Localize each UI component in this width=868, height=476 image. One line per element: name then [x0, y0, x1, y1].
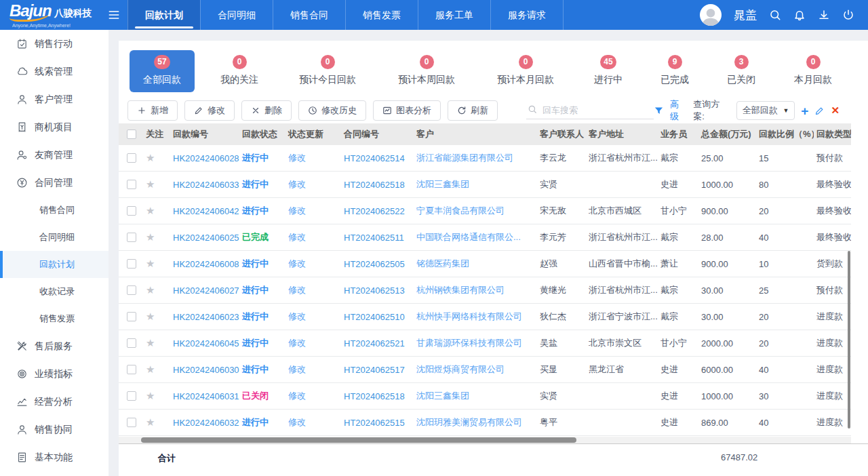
row-checkbox[interactable]: [127, 153, 136, 163]
bell-icon[interactable]: [793, 9, 806, 21]
cell-update[interactable]: 修改: [288, 153, 306, 163]
history-button[interactable]: 修改历史: [298, 100, 366, 121]
cell-contract[interactable]: HT2024062514: [344, 153, 405, 163]
edit-query-plan-icon[interactable]: [814, 106, 825, 116]
status-tab-3[interactable]: 0预计今日回款: [284, 50, 371, 92]
star-icon[interactable]: ★: [146, 337, 155, 349]
cell-customer[interactable]: 浙江省能源集团有限公司: [416, 153, 513, 163]
avatar[interactable]: [700, 4, 722, 26]
star-icon[interactable]: ★: [146, 416, 155, 428]
cell-update[interactable]: 修改: [288, 258, 306, 269]
cell-number[interactable]: HK20242406031: [173, 391, 239, 401]
sidebar-item-16[interactable]: 基本功能: [0, 443, 108, 471]
row-checkbox[interactable]: [127, 206, 136, 216]
row-checkbox[interactable]: [127, 312, 136, 321]
status-tab-1[interactable]: 57全部回款: [130, 50, 195, 92]
sidebar-item-15[interactable]: 销售协同: [0, 416, 108, 443]
cell-update[interactable]: 修改: [288, 311, 306, 321]
row-checkbox[interactable]: [127, 338, 136, 348]
sidebar-item-6[interactable]: 合同管理: [0, 169, 108, 197]
status-tab-6[interactable]: 45进行中: [581, 50, 635, 92]
row-checkbox[interactable]: [127, 259, 136, 269]
sidebar-item-12[interactable]: 售后服务: [0, 332, 108, 360]
sidebar-item-8[interactable]: 合同明细: [0, 224, 108, 251]
star-icon[interactable]: ★: [146, 152, 155, 163]
sidebar-item-11[interactable]: 销售发票: [0, 305, 108, 332]
cell-update[interactable]: 修改: [288, 338, 306, 348]
row-checkbox[interactable]: [127, 391, 136, 401]
cell-update[interactable]: 修改: [288, 364, 306, 374]
star-icon[interactable]: ★: [146, 178, 155, 190]
sidebar-item-7[interactable]: 销售合同: [0, 197, 108, 224]
cell-contract[interactable]: HT2024062518: [344, 180, 405, 190]
sidebar-item-3[interactable]: 客户管理: [0, 85, 108, 113]
cell-update[interactable]: 修改: [288, 179, 306, 189]
cell-update[interactable]: 修改: [288, 417, 306, 427]
cell-customer[interactable]: 沈阳三鑫集团: [416, 391, 469, 401]
nav-tab-3[interactable]: 销售合同: [273, 0, 345, 30]
cell-contract[interactable]: HT2024062521: [344, 338, 405, 349]
power-icon[interactable]: [842, 9, 854, 21]
nav-tab-5[interactable]: 服务工单: [418, 0, 490, 30]
cell-number[interactable]: HK20242406027: [173, 285, 239, 296]
cell-number[interactable]: HK20242406023: [173, 312, 239, 322]
cell-contract[interactable]: HT2024062505: [344, 259, 405, 269]
row-checkbox[interactable]: [127, 418, 136, 427]
nav-tab-4[interactable]: 销售发票: [345, 0, 418, 30]
horizontal-scrollbar-thumb[interactable]: [141, 437, 576, 443]
cell-contract[interactable]: HT2024062515: [344, 418, 405, 428]
cell-contract[interactable]: HT2024062518: [344, 391, 405, 401]
search-input[interactable]: [541, 104, 643, 116]
cell-customer[interactable]: 宁夏丰润食品有限公司: [416, 205, 505, 216]
cell-contract[interactable]: HT2024062510: [344, 312, 405, 322]
status-tab-4[interactable]: 0预计本周回款: [383, 50, 470, 92]
sidebar-item-10[interactable]: 收款记录: [0, 278, 108, 305]
cell-customer[interactable]: 沈阳玥雅美澜贸易有限公司: [416, 417, 522, 427]
row-checkbox[interactable]: [127, 233, 136, 242]
sidebar-item-9[interactable]: 回款计划: [0, 251, 108, 278]
cell-customer[interactable]: 杭州钢铁集团有限公司: [416, 285, 505, 295]
status-tab-7[interactable]: 9已完成: [648, 50, 702, 92]
cell-update[interactable]: 修改: [288, 232, 306, 242]
cell-number[interactable]: HK20242406032: [173, 418, 239, 428]
row-checkbox[interactable]: [127, 285, 136, 295]
cell-customer[interactable]: 沈阳三鑫集团: [416, 179, 469, 189]
delete-query-plan-icon[interactable]: ✕: [831, 104, 840, 117]
cell-customer[interactable]: 铭德医药集团: [416, 258, 469, 269]
add-query-plan-button[interactable]: +: [801, 104, 808, 117]
cell-customer[interactable]: 中国联合网络通信有限公...: [416, 232, 521, 242]
star-icon[interactable]: ★: [146, 231, 155, 243]
advanced-filter-link[interactable]: 高级: [670, 98, 687, 123]
cell-contract[interactable]: HT2024062517: [344, 365, 405, 375]
filter-funnel-icon[interactable]: [654, 106, 664, 116]
cell-contract[interactable]: HT2024062511: [344, 233, 404, 243]
sidebar-item-4[interactable]: 商机项目: [0, 113, 108, 141]
cell-contract[interactable]: HT2024062513: [344, 285, 405, 296]
row-checkbox[interactable]: [127, 180, 136, 189]
sidebar-item-14[interactable]: 经营分析: [0, 388, 108, 416]
nav-tab-2[interactable]: 合同明细: [200, 0, 273, 30]
cell-update[interactable]: 修改: [288, 391, 306, 401]
cell-contract[interactable]: HT2024062522: [344, 206, 405, 216]
star-icon[interactable]: ★: [146, 258, 155, 269]
edit-button[interactable]: 修改: [184, 100, 235, 121]
cell-number[interactable]: HK20242406028: [173, 153, 239, 163]
add-button[interactable]: 新增: [127, 100, 178, 121]
cell-update[interactable]: 修改: [288, 285, 306, 295]
nav-tab-6[interactable]: 服务请求: [490, 0, 564, 30]
cell-customer[interactable]: 沈阳煜烁商贸有限公司: [416, 364, 505, 374]
cell-number[interactable]: HK20242406033: [173, 180, 239, 190]
status-tab-5[interactable]: 0预计本月回款: [482, 50, 569, 92]
status-tab-9[interactable]: 0本月回款: [781, 50, 846, 92]
cell-number[interactable]: HK20242406030: [173, 365, 239, 375]
cell-number[interactable]: HK20242406025: [173, 233, 239, 243]
select-all-checkbox[interactable]: [127, 130, 136, 139]
star-icon[interactable]: ★: [146, 311, 155, 322]
sidebar-item-13[interactable]: 业绩指标: [0, 360, 108, 388]
search-icon[interactable]: [769, 9, 781, 21]
status-tab-8[interactable]: 3已关闭: [714, 50, 768, 92]
query-plan-select[interactable]: 全部回款 ▼: [736, 101, 795, 120]
sidebar-item-2[interactable]: 线索管理: [0, 58, 108, 85]
cell-number[interactable]: HK20242406008: [173, 259, 239, 269]
nav-tab-1[interactable]: 回款计划: [127, 0, 200, 30]
